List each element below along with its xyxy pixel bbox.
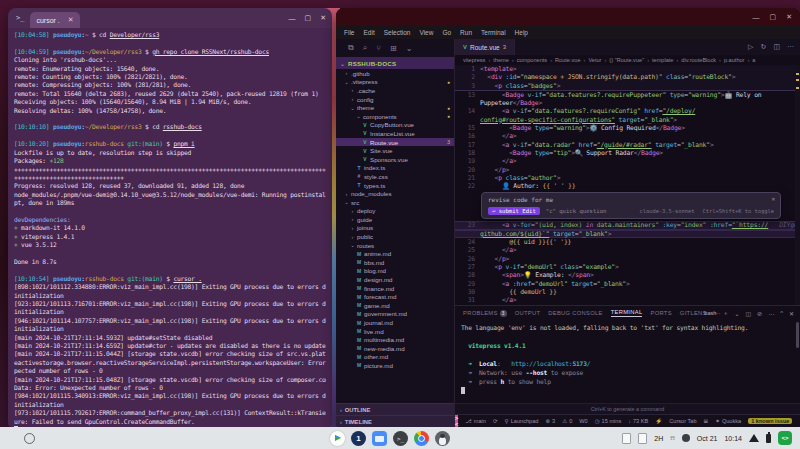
minimize-icon[interactable]: — (289, 15, 296, 22)
menu-item-help[interactable]: Help (515, 29, 528, 36)
notifications-muted-icon[interactable]: ⍾ (670, 434, 675, 442)
dev-mode-badge[interactable]: <> (778, 431, 792, 445)
tree-item-new-media-md[interactable]: Mnew-media.md (336, 344, 454, 353)
status-item-grid[interactable]: ⊞ (704, 418, 709, 424)
tree-item-journal-md[interactable]: Mjournal.md (336, 318, 454, 327)
close-icon[interactable]: ✕ (786, 13, 792, 21)
tree-item-public[interactable]: ›public (336, 232, 454, 241)
maximize-icon[interactable]: ▢ (770, 13, 777, 21)
tree-item-joinus[interactable]: ›joinus (336, 224, 454, 233)
chrome-icon[interactable] (414, 431, 429, 446)
panel-tab-output[interactable]: OUTPUT (515, 310, 541, 316)
vscode-frame-bar[interactable]: — ▢ ✕ (336, 8, 800, 26)
maximize-icon[interactable]: ▢ (305, 14, 312, 22)
system-tray[interactable]: 2H ⍾ Oct 21 10:14 <> (622, 431, 792, 445)
tree-item-finance-md[interactable]: Mfinance.md (336, 284, 454, 293)
menu-item-selection[interactable]: Selection (384, 29, 411, 36)
menu-item-go[interactable]: Go (442, 29, 451, 36)
code-editor[interactable]: 1<template>2 <div :id="namespace + JSON.… (455, 65, 800, 305)
breadcrumb-item[interactable]: div.routeBlock (681, 57, 716, 63)
close-panel-icon[interactable]: ✕ (789, 310, 794, 317)
timeline-section[interactable]: › TIMELINE (336, 415, 454, 427)
tree-item-components[interactable]: ⌄components● (336, 112, 454, 121)
tree-item-other-md[interactable]: Mother.md (336, 353, 454, 362)
tree-item-forecast-md[interactable]: Mforecast.md (336, 292, 454, 301)
tree-item-src[interactable]: ⌄src (336, 198, 454, 207)
tree-item-multimedia-md[interactable]: Mmultimedia.md (336, 335, 454, 344)
play-store-icon[interactable] (330, 431, 345, 446)
shell-label[interactable]: bash (704, 310, 716, 316)
submit-edit-button[interactable]: ⏎ submit Edit (488, 207, 540, 215)
launch-profile-icon[interactable]: ⌄ (734, 310, 739, 317)
split-terminal-icon[interactable]: ◫ (745, 310, 751, 317)
breadcrumb[interactable]: vitepress›theme›components›Route.vue›Vet… (455, 55, 800, 65)
breadcrumb-item[interactable]: Vetur (588, 57, 601, 63)
breadcrumb-item[interactable]: p.author (724, 57, 745, 63)
panel-tab-ports[interactable]: PORTS (650, 310, 671, 316)
breadcrumb-item[interactable]: theme (493, 57, 509, 63)
tree-item-style-css[interactable]: #style.css (336, 172, 454, 181)
tree-item-design-md[interactable]: Mdesign.md (336, 275, 454, 284)
ai-prompt-input[interactable]: revise code for me (488, 196, 774, 203)
breadcrumb-item[interactable]: vitepress (463, 57, 485, 63)
new-terminal-icon[interactable]: ＋ (722, 309, 728, 318)
close-icon[interactable]: ✕ (320, 14, 326, 22)
panel-tab-debug-console[interactable]: DEBUG CONSOLE (548, 310, 602, 316)
status-item-launchpad[interactable]: ⚲Launchpad (505, 418, 539, 424)
terminal-app-icon[interactable]: >_ (393, 431, 408, 446)
tab-close-icon[interactable]: ✕ (68, 16, 74, 24)
menu-item-run[interactable]: Run (460, 29, 472, 36)
breadcrumb-item[interactable]: template (652, 57, 673, 63)
status-item-git-branch[interactable]: ⎇main (465, 418, 486, 424)
overview-ruler[interactable] (795, 65, 800, 305)
inline-ai-widget[interactable]: revise code for me✕⏎ submit Edit"c" quic… (481, 192, 781, 219)
linux-penguin-icon[interactable] (435, 431, 450, 446)
launcher-button[interactable] (24, 433, 35, 444)
window-preview-icon[interactable] (622, 433, 631, 444)
explorer-root-row[interactable]: ⌄ RSSHUB-DOCS (336, 57, 454, 69)
1password-icon[interactable]: 1 (351, 431, 366, 446)
minimize-icon[interactable]: — (753, 14, 760, 21)
tree-item--vitepress[interactable]: ⌄.vitepress● (336, 78, 454, 87)
kill-terminal-icon[interactable]: ⊘ (757, 310, 762, 317)
breadcrumb-item[interactable]: components (517, 57, 547, 63)
status-item-wakatime[interactable]: ◷15 mins (595, 418, 621, 424)
tree-item-config[interactable]: ›config (336, 95, 454, 104)
source-control-icon[interactable]: ⑂ (376, 44, 381, 53)
tree-item-Route-vue[interactable]: VRoute.vue3 (336, 138, 454, 147)
tree-item-picture-md[interactable]: Mpicture.md (336, 361, 454, 370)
more-icon[interactable]: ⋯ (768, 310, 774, 317)
status-item-known-issue[interactable]: 1 known issue (748, 418, 792, 424)
status-item-network-down[interactable]: ↓73 KB (628, 418, 648, 424)
tree-item-types-ts[interactable]: Ttypes.ts (336, 181, 454, 190)
tree-item-deploy[interactable]: ›deploy (336, 207, 454, 216)
open-changes-icon[interactable]: ◫ (773, 43, 780, 51)
tree-item-theme[interactable]: ⌄theme● (336, 103, 454, 112)
files-icon[interactable]: ⧉ (348, 43, 354, 53)
scrollbar[interactable] (796, 322, 799, 348)
breadcrumb-item[interactable]: a (752, 57, 755, 63)
status-item-sync[interactable]: ⟳ (493, 418, 498, 424)
tree-item-anime-md[interactable]: Manime.md (336, 249, 454, 258)
tree-item-bbs-md[interactable]: Mbbs.md (336, 258, 454, 267)
menu-item-view[interactable]: View (419, 29, 433, 36)
maximize-panel-icon[interactable]: ^ (780, 310, 783, 316)
terminal-titlebar[interactable]: >_ cursor . ✕ — ▢ ✕ (8, 8, 332, 28)
terminal-tab[interactable]: cursor . ✕ (30, 12, 79, 28)
extensions-icon[interactable]: ⊞ (390, 44, 397, 53)
panel-tab-gitlens[interactable]: GITLENS (680, 310, 707, 316)
tree-item-node_modules[interactable]: ›node_modules (336, 189, 454, 198)
status-item-errors[interactable]: ⊗3 (545, 418, 555, 424)
tree-item-game-md[interactable]: Mgame.md (336, 301, 454, 310)
status-item-cursor-tab[interactable]: Cursor Tab (669, 418, 696, 424)
menu-item-edit[interactable]: Edit (363, 29, 374, 36)
status-item-w0[interactable]: W0 (579, 418, 587, 424)
breadcrumb-item[interactable]: Route.vue (555, 57, 581, 63)
tree-item--github[interactable]: ›.github (336, 69, 454, 78)
search-icon[interactable]: ⌕ (363, 43, 367, 53)
menu-item-terminal[interactable]: Terminal (481, 29, 506, 36)
tree-item-guide[interactable]: ›guide (336, 215, 454, 224)
terminal-output[interactable]: [10:04:58] pseudoyu:~ $ cd Developer/rss… (8, 28, 332, 427)
tree-item-index-ts[interactable]: Tindex.ts (336, 164, 454, 173)
chevron-down-icon[interactable]: ⌄ (406, 44, 413, 53)
